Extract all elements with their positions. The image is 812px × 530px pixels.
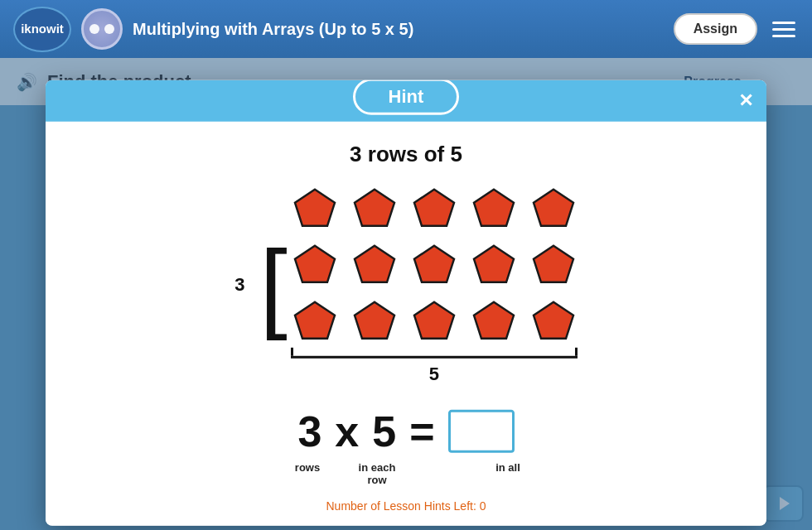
pentagon-icon [532,301,575,342]
pentagon-cell [291,184,339,234]
svg-marker-9 [534,246,573,282]
logo-text: iknowit [21,22,64,36]
pentagon-cell [350,184,399,234]
eq-equals: = [409,407,434,456]
svg-marker-12 [414,302,454,339]
svg-marker-3 [474,190,514,226]
eq-times: x [335,407,359,456]
hint-modal: Hint ✕ 3 rows of 5 3 [ [46,80,766,526]
pentagon-icon [353,188,396,229]
equation-area: 3 x 5 = rows in eachrow in all [271,407,541,486]
array-with-brackets: [ [259,184,577,385]
array-diagram: 3 [ [234,184,578,385]
pentagon-cell [470,240,518,290]
pentagon-cell [291,296,339,346]
svg-marker-6 [355,246,394,282]
pentagon-cell [350,240,399,290]
pentagon-icon [532,244,575,286]
eq-answer-box[interactable] [448,410,515,453]
pentagon-cell [529,184,578,234]
pentagon-icon [413,244,456,286]
modal-title: Hint [389,86,424,107]
pentagon-cell [410,184,458,234]
hamburger-line-3 [772,35,795,37]
main-area: 🔊 Find the product. Progress Hint ✕ 3 ro… [0,58,812,530]
app-header: iknowit Multiplying with Arrays (Up to 5… [0,0,812,58]
hamburger-line-1 [772,22,795,24]
mascot-dots [89,24,114,34]
assign-button[interactable]: Assign [674,13,757,45]
pentagon-icon [532,188,575,229]
logo: iknowit [13,7,71,52]
pentagon-cell [350,296,399,346]
svg-marker-4 [534,190,573,226]
hint-title: 3 rows of 5 [350,142,462,167]
pentagon-icon [293,188,336,229]
svg-marker-2 [414,190,454,226]
mascot-icon [81,8,123,50]
pentagon-cell [470,184,518,234]
eq-label-all: in all [475,461,541,474]
mascot-dot-1 [89,24,99,34]
row-label: 3 [234,273,244,295]
bracket-bottom-wrapper: 5 [291,184,578,385]
svg-marker-10 [295,302,335,339]
hints-left: Number of Lesson Hints Left: 0 [326,499,486,513]
modal-header: Hint ✕ [46,80,766,122]
col-label: 5 [429,364,439,385]
pentagon-icon [472,301,515,342]
svg-marker-13 [474,302,514,339]
pentagon-icon [472,188,515,229]
equation-row: 3 x 5 = [297,407,514,456]
svg-marker-1 [355,190,394,226]
bottom-bracket [291,348,578,359]
pentagon-cell [410,240,458,290]
pentagon-icon [413,301,456,342]
pentagons-grid [291,184,578,346]
array-bracket-wrapper: [ [259,184,577,385]
eq-label-rows: rows [279,461,336,474]
svg-marker-14 [534,302,573,339]
pentagon-cell [291,240,339,290]
svg-marker-0 [295,190,335,226]
eq-cols-num: 5 [372,407,396,456]
menu-button[interactable] [769,18,799,41]
pentagon-icon [353,244,396,286]
svg-marker-5 [295,246,335,282]
pentagon-cell [529,296,578,346]
eq-rows-num: 3 [297,407,321,456]
svg-marker-8 [474,246,514,282]
svg-marker-7 [414,246,454,282]
bracket-left: [ [259,234,287,334]
lesson-title: Multiplying with Arrays (Up to 5 x 5) [133,20,674,39]
pentagon-icon [472,244,515,286]
eq-label-each: in eachrow [349,461,405,486]
hamburger-line-2 [772,28,795,31]
modal-close-button[interactable]: ✕ [738,92,753,110]
pentagon-cell [529,240,578,290]
pentagon-icon [353,301,396,342]
eq-labels: rows in eachrow in all [271,461,541,486]
pentagon-icon [413,188,456,229]
mascot-dot-2 [104,24,114,34]
pentagon-icon [293,301,336,342]
svg-marker-11 [355,302,394,339]
pentagon-icon [293,244,336,286]
modal-body: 3 rows of 5 3 [ [46,122,766,526]
pentagon-cell [410,296,458,346]
modal-title-bubble: Hint [353,80,460,115]
pentagon-cell [470,296,518,346]
